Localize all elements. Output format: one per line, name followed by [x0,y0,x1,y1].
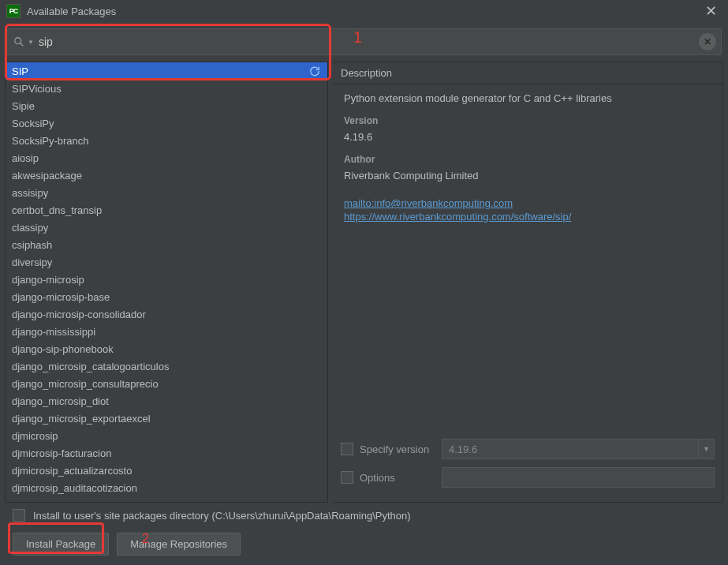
package-list-item[interactable]: diversipy [6,253,327,271]
specify-version-value: 4.19.6 [449,443,477,455]
options-input[interactable] [442,467,715,488]
package-list-item[interactable]: django-microsip-consolidador [6,305,327,323]
specify-version-label: Specify version [360,443,442,455]
package-list-item[interactable]: django-microsip-base [6,288,327,305]
package-list-item[interactable]: assisipy [6,184,327,201]
search-filter-dropdown-icon[interactable]: ▼ [28,39,34,46]
package-item-label: classipy [12,222,48,234]
search-bar[interactable]: ▼ ✕ [6,28,722,55]
package-list-item[interactable]: django_microsip_exportaexcel [6,410,327,427]
app-logo-icon: PC [6,4,21,18]
package-list-item[interactable]: django_microsip_diot [6,392,327,410]
package-list-item[interactable]: SIPVicious [6,80,327,97]
package-item-label: django_microsip_consultaprecio [12,378,159,390]
search-input[interactable] [37,32,699,51]
package-detail-panel: Description Python extension module gene… [333,62,723,503]
package-item-label: SocksiPy [12,118,54,129]
package-item-label: certbot_dns_transip [12,204,102,216]
chevron-down-icon: ▼ [698,440,714,458]
package-item-label: SIPVicious [12,83,62,95]
package-homepage-link[interactable]: https://www.riverbankcomputing.com/softw… [344,211,711,224]
svg-point-0 [15,38,21,44]
package-list-panel: SIPSIPViciousSipieSocksiPySocksiPy-branc… [5,62,328,503]
dialog-title: Available Packages [27,6,700,17]
install-to-user-checkbox[interactable] [13,509,25,522]
package-list-item[interactable]: django_microsip_consultaprecio [6,375,327,392]
package-list-item[interactable]: django-mississippi [6,323,327,340]
package-list-item[interactable]: SocksiPy-branch [6,132,327,149]
package-item-label: django-microsip [12,274,84,286]
package-list-item[interactable]: django_microsip_catalogoarticulos [6,357,327,375]
package-item-label: csiphash [12,239,52,251]
package-item-label: djmicrosip_actualizarcosto [12,465,132,477]
package-version: 4.19.6 [344,131,711,143]
package-item-label: django-microsip-consolidador [12,309,146,320]
author-label: Author [344,154,711,165]
package-item-label: django_microsip_exportaexcel [12,413,151,425]
package-item-label: djmicrosip-facturacion [12,447,111,459]
package-item-label: djmicrosip [12,430,58,442]
refresh-icon[interactable] [308,65,321,77]
package-list-item[interactable]: django-microsip [6,271,327,288]
package-item-label: assisipy [12,187,48,199]
package-list-item[interactable]: Sipie [6,97,327,114]
package-description: Python extension module generator for C … [344,92,711,104]
install-package-button[interactable]: Install Package [13,533,109,556]
options-checkbox[interactable] [341,471,353,484]
package-item-label: Sipie [12,100,35,112]
description-header: Description [333,62,722,84]
version-label: Version [344,115,711,126]
install-to-user-row: Install to user's site packages director… [13,509,715,522]
package-list-item[interactable]: aiosip [6,149,327,167]
package-item-label: akwesipackage [12,170,82,181]
package-list-item[interactable]: django-sip-phonebook [6,340,327,357]
package-item-label: django-mississippi [12,326,95,338]
package-list-item[interactable]: classipy [6,219,327,236]
specify-version-checkbox[interactable] [341,443,353,455]
clear-search-icon[interactable]: ✕ [699,33,716,51]
package-item-label: djmicrosip_auditacotizacion [12,482,137,494]
package-list-item[interactable]: djmicrosip-facturacion [6,444,327,462]
package-item-label: django_microsip_diot [12,395,109,407]
specify-version-select[interactable]: 4.19.6 ▼ [442,439,715,459]
specify-version-row: Specify version 4.19.6 ▼ [341,439,715,459]
svg-line-1 [21,43,24,47]
package-item-label: django-sip-phonebook [12,343,114,355]
package-item-label: aiosip [12,152,39,164]
package-email-link[interactable]: mailto:info@riverbankcomputing.com [344,197,711,211]
package-item-label: SocksiPy-branch [12,135,89,147]
package-list-item[interactable]: djmicrosip_actualizarcosto [6,462,327,479]
package-item-label: django-microsip-base [12,291,110,303]
titlebar: PC Available Packages ✕ [0,0,728,22]
package-list-item[interactable]: csiphash [6,236,327,253]
package-list-item[interactable]: SIP [6,62,327,80]
package-item-label: SIP [12,65,28,77]
package-list-item[interactable]: certbot_dns_transip [6,201,327,219]
package-list-item[interactable]: djmicrosip [6,427,327,444]
install-to-user-label: Install to user's site packages director… [33,510,411,522]
manage-repositories-button[interactable]: Manage Repositories [117,533,241,556]
package-author: Riverbank Computing Limited [344,170,711,181]
annotation-label-1: 1 [353,28,362,47]
options-row: Options [341,467,715,488]
options-label: Options [360,472,442,484]
package-item-label: diversipy [12,256,52,268]
package-item-label: django_microsip_catalogoarticulos [12,361,169,372]
package-list-item[interactable]: SocksiPy [6,114,327,132]
package-list-item[interactable]: djmicrosip_auditacotizacion [6,479,327,496]
search-icon [13,36,24,47]
close-icon[interactable]: ✕ [700,0,722,22]
package-list-item[interactable]: akwesipackage [6,167,327,184]
